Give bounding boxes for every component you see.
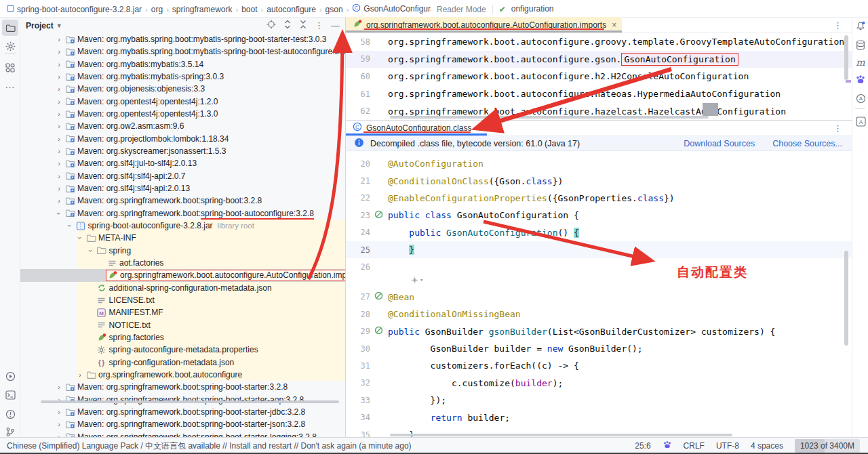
tree-row[interactable]: ›Maven: org.ow2.asm:asm:9.6 [20,120,345,132]
tree-chevron-icon[interactable]: › [54,184,64,192]
breadcrumb-item[interactable]: gson [326,5,343,14]
editor2-vertical-scrollbar[interactable] [844,251,848,346]
tree-row[interactable]: org.springframework.boot.autoconfigure.A… [20,269,345,281]
close-icon[interactable]: × [612,20,616,30]
code-line[interactable]: 27@Bean [346,289,852,306]
tree-row[interactable]: additional-spring-configuration-metadata… [20,282,345,294]
locate-file-icon[interactable] [267,20,276,31]
tree-chevron-icon[interactable]: › [54,420,64,428]
tree-row[interactable]: ›Maven: org.slf4j:jul-to-slf4j:2.0.13 [20,157,345,169]
editor1-vertical-scrollbar[interactable] [844,35,848,80]
code-line[interactable]: 34 return builder; [346,409,852,426]
more-icon[interactable]: … [2,76,18,92]
structure-icon[interactable] [2,60,18,76]
tree-row[interactable]: ›Maven: org.springframework.boot:spring-… [20,381,345,393]
tree-row[interactable]: spring.factories [20,331,345,344]
tree-row[interactable]: ›spring [20,245,345,257]
maven-icon[interactable]: m [853,55,868,70]
code-line[interactable]: 20@AutoConfiguration [346,155,852,172]
tree-chevron-icon[interactable]: › [54,35,64,43]
tree-chevron-icon[interactable]: › [54,98,64,106]
breadcrumb-item[interactable]: springframework [172,5,233,14]
tree-row[interactable]: ›Maven: org.mybatis.spring.boot:mybatis-… [20,45,345,58]
code-line[interactable]: 23public class GsonAutoConfiguration { [346,207,852,224]
caret-position[interactable]: 25:6 [635,441,650,451]
tree-row[interactable]: { }spring-configuration-metadata.json [20,356,345,369]
project-panel-title[interactable]: Project [26,21,54,30]
kebab-menu-icon[interactable]: ⋮ [315,20,323,30]
tree-chevron-icon[interactable]: › [54,159,64,167]
tree-chevron-icon[interactable]: › [55,209,63,218]
tree-chevron-icon[interactable]: › [75,371,85,379]
code-line[interactable]: 58org.springframework.boot.autoconfigure… [346,33,852,51]
tab-gsonautoconfiguration-class[interactable]: C GsonAutoConfiguration.class × [346,120,487,136]
tree-row[interactable]: ›Maven: org.opentest4j:opentest4j:1.3.0 [20,108,345,120]
tree-row[interactable]: ›Maven: org.skyscreamer:jsonassert:1.5.3 [20,145,345,157]
problems-icon[interactable] [2,406,18,422]
choose-sources-link[interactable]: Choose Sources... [772,139,842,148]
tree-row[interactable]: ›Maven: org.mybatis:mybatis:3.5.14 [20,58,345,70]
tree-chevron-icon[interactable]: › [54,110,64,118]
expand-all-icon[interactable] [283,20,292,31]
bean-gutter-icon[interactable] [374,291,383,302]
bean-gutter-icon[interactable] [374,210,383,221]
tree-row[interactable]: ›Maven: org.slf4j:slf4j-api:2.0.13 [20,182,345,194]
tree-row[interactable]: ›Maven: org.springframework.boot:spring-… [20,406,345,418]
notifications-bell-icon[interactable] [853,19,868,34]
memory-indicator[interactable]: 1023 of 3400M [795,439,860,453]
tree-row[interactable]: ›Maven: org.opentest4j:opentest4j:1.2.0 [20,96,345,108]
editor-class[interactable]: 20@AutoConfiguration21@ConditionalOnClas… [346,151,852,441]
download-sources-link[interactable]: Download Sources [684,139,755,148]
code-line[interactable]: 60org.springframework.boot.autoconfigure… [346,68,852,85]
code-line[interactable]: 33 }); [346,392,852,409]
code-line[interactable]: 28@ConditionalOnMissingBean [346,306,852,323]
gear-icon[interactable] [2,38,18,54]
collapse-all-icon[interactable] [299,20,307,31]
editor-imports[interactable]: 58org.springframework.boot.autoconfigure… [346,33,852,120]
bean-gutter-icon[interactable] [374,326,383,337]
ai-suggestion-icon[interactable]: ▾ [411,276,423,284]
tree-row[interactable]: ›org.springframework.boot.autoconfigure [20,369,345,381]
translate-icon[interactable]: A [853,114,868,129]
breadcrumb-item[interactable]: autoconfigure [267,5,316,14]
tree-chevron-icon[interactable]: › [54,47,64,56]
tree-chevron-icon[interactable]: › [54,122,64,130]
code-line[interactable]: 21@ConditionalOnClass({Gson.class}) [346,172,852,189]
tree-row[interactable]: ›Maven: org.springframework.boot:spring-… [20,194,345,207]
code-line[interactable]: 31 customizers.forEach((c) -> { [346,357,852,374]
tab-autoconfiguration-imports[interactable]: org.springframework.boot.autoconfigure.A… [346,17,622,33]
lingma-paw-icon[interactable] [663,440,672,452]
tree-chevron-icon[interactable]: › [54,197,64,205]
line-separator[interactable]: CRLF [684,441,705,451]
tree-row[interactable]: NOTICE.txt [20,319,345,331]
tree-row[interactable]: ›Maven: org.springframework.boot:spring-… [20,394,345,406]
close-icon[interactable]: × [477,123,481,133]
reader-mode-widget[interactable]: Reader Mode ✔ [431,3,511,16]
tree-row[interactable]: aot.factories [20,257,345,269]
tree-row[interactable]: ›Maven: org.projectlombok:lombok:1.18.34 [20,133,345,145]
code-line[interactable]: 25 } [346,241,852,258]
code-line[interactable]: 29public GsonBuilder gsonBuilder(List<Gs… [346,323,852,340]
breadcrumb-item[interactable]: boot [241,5,257,14]
indent-setting[interactable]: 4 spaces [751,441,783,451]
kebab-menu-icon[interactable]: ⋮ [833,20,842,30]
project-tree[interactable]: ›Maven: org.mybatis.spring.boot:mybatis-… [20,33,345,437]
inspection-ok-icon[interactable]: ✔ [499,5,506,14]
tree-chevron-icon[interactable]: › [54,135,64,143]
tree-row[interactable]: ›Maven: org.springframework.boot:spring-… [20,418,345,430]
tree-row[interactable]: ›META-INF [20,232,345,244]
tree-row[interactable]: ›Maven: org.objenesis:objenesis:3.3 [20,83,345,95]
tree-row[interactable]: ›Maven: org.springframework.boot:spring-… [20,431,345,438]
tree-row[interactable]: ›Maven: org.mybatis.spring.boot:mybatis-… [20,33,345,45]
tree-horizontal-scrollbar[interactable] [41,400,339,403]
tree-chevron-icon[interactable]: › [54,172,64,180]
tree-chevron-icon[interactable]: › [76,233,84,243]
ai-assistant-icon[interactable]: A [853,91,868,106]
code-line[interactable]: 30 GsonBuilder builder = new GsonBuilder… [346,340,852,357]
tree-row[interactable]: ›Maven: org.slf4j:slf4j-api:2.0.7 [20,170,345,182]
code-line[interactable]: 26 [346,258,852,275]
tree-chevron-icon[interactable]: › [54,383,64,391]
tree-chevron-icon[interactable]: › [54,408,64,416]
breadcrumb-item[interactable]: org [151,5,163,14]
code-line[interactable]: 22@EnableConfigurationProperties({GsonPr… [346,190,852,207]
